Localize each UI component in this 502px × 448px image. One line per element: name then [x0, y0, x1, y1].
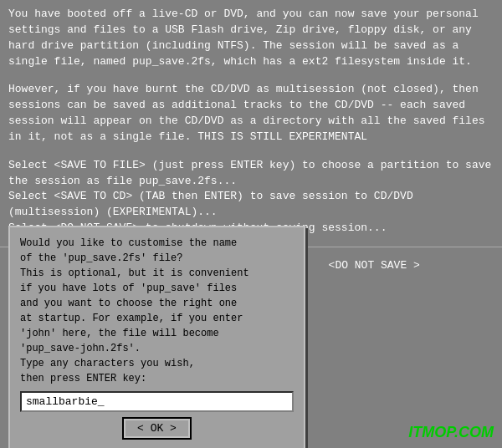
dialog-text: Would you like to customise the name of …: [20, 236, 294, 386]
do-not-save-button[interactable]: <DO NOT SAVE >: [325, 257, 423, 273]
paragraph3: Select <SAVE TO FILE> (just press ENTER …: [8, 158, 494, 237]
paragraph2: However, if you have burnt the CD/DVD as…: [8, 82, 494, 145]
input-wrapper[interactable]: [20, 391, 294, 412]
top-panel: You have booted off a live-CD or DVD, an…: [0, 0, 502, 242]
dialog-button-row: < OK >: [20, 419, 294, 441]
filename-input[interactable]: [26, 395, 288, 408]
watermark: ITMOP.COM: [408, 424, 494, 441]
ok-button[interactable]: < OK >: [124, 419, 190, 438]
paragraph1: You have booted off a live-CD or DVD, an…: [8, 7, 494, 69]
customise-dialog: Would you like to customise the name of …: [8, 226, 305, 448]
